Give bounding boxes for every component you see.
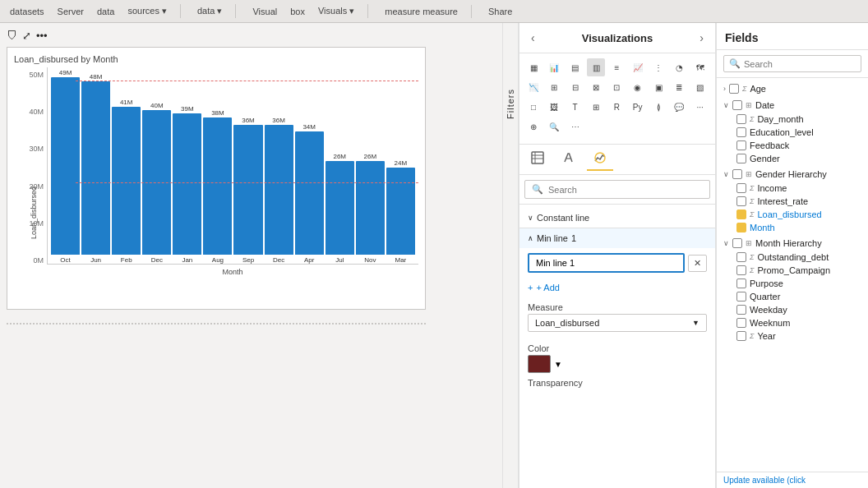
bar[interactable] — [173, 113, 201, 255]
viz-icon-decomp[interactable]: ≬ — [649, 98, 667, 116]
field-year[interactable]: Σ Year — [717, 329, 868, 343]
color-swatch[interactable] — [528, 355, 551, 373]
bar-wrapper[interactable]: 49MOct — [51, 69, 80, 264]
field-weeknum[interactable]: Weeknum — [717, 316, 868, 329]
bar[interactable] — [356, 161, 385, 255]
filters-label[interactable]: Filters — [506, 89, 515, 119]
viz-icon-r[interactable]: R — [607, 98, 626, 116]
field-group-month-hier-header[interactable]: ∨ ⊞ Month Hierarchy — [717, 236, 868, 251]
bar[interactable] — [51, 77, 80, 255]
focus-icon[interactable]: ⤢ — [22, 30, 31, 42]
date-checkbox[interactable] — [732, 100, 742, 110]
viz-icon-btn[interactable]: ⊞ — [587, 98, 605, 116]
color-dropdown-btn[interactable]: ▼ — [554, 360, 562, 369]
purpose-checkbox[interactable] — [736, 279, 746, 288]
promo-checkbox[interactable] — [736, 265, 746, 275]
loan-checkbox[interactable] — [736, 209, 746, 219]
viz-search-box[interactable]: 🔍 — [524, 180, 710, 199]
more-icon[interactable]: ••• — [36, 30, 48, 42]
bar[interactable] — [112, 107, 141, 255]
year-checkbox[interactable] — [736, 331, 746, 341]
field-group-date-header[interactable]: ∨ ⊞ Date — [717, 98, 868, 113]
bar-wrapper[interactable]: 38MAug — [203, 109, 232, 264]
gender-checkbox[interactable] — [736, 154, 746, 163]
field-group-gender-hier-header[interactable]: ∨ ⊞ Gender Hierarchy — [717, 167, 868, 182]
bar[interactable] — [81, 81, 110, 255]
min-line-input[interactable] — [528, 253, 685, 273]
viz-icon-line[interactable]: ≡ — [607, 58, 626, 76]
bar[interactable] — [326, 161, 354, 255]
viz-icon-area[interactable]: 📈 — [629, 58, 647, 76]
field-day-month[interactable]: Σ Day_month — [717, 113, 868, 126]
bar[interactable] — [203, 117, 232, 255]
min-line-clear-btn[interactable]: ✕ — [688, 255, 707, 272]
bar[interactable] — [295, 131, 324, 255]
toolbar-data[interactable]: data — [94, 5, 118, 18]
viz-nav-prev[interactable]: ‹ — [528, 30, 538, 46]
toolbar-sources[interactable]: sources ▾ — [124, 4, 170, 18]
day-month-checkbox[interactable] — [736, 114, 746, 124]
field-group-age-header[interactable]: › Σ Age — [717, 81, 868, 96]
field-income[interactable]: Σ Income — [717, 182, 868, 195]
viz-icon-slicer[interactable]: ▧ — [691, 78, 709, 96]
fields-search-box[interactable]: 🔍 — [723, 55, 861, 72]
measure-select[interactable]: Loan_disbursed ▼ — [528, 314, 707, 332]
constant-line-header[interactable]: ∨ Constant line — [519, 208, 715, 228]
viz-icon-funnel[interactable]: ⊡ — [607, 78, 626, 96]
income-checkbox[interactable] — [736, 183, 746, 193]
gender-hier-checkbox[interactable] — [732, 169, 742, 179]
bar-wrapper[interactable]: 41MFeb — [112, 99, 141, 264]
field-outstanding-debt[interactable]: Σ Outstanding_debt — [717, 251, 868, 264]
bar-wrapper[interactable]: 36MSep — [233, 117, 262, 264]
viz-icon-map[interactable]: 🗺 — [691, 58, 709, 76]
quarter-checkbox[interactable] — [736, 292, 746, 302]
age-checkbox[interactable] — [729, 84, 739, 94]
field-purpose[interactable]: Purpose — [717, 277, 868, 290]
bar[interactable] — [265, 125, 293, 255]
field-loan-disbursed[interactable]: Σ Loan_disbursed — [717, 208, 868, 221]
filter-icon[interactable]: ⛉ — [7, 30, 17, 42]
outstanding-checkbox[interactable] — [736, 252, 746, 262]
field-month[interactable]: Month — [717, 221, 868, 234]
viz-tab-fields[interactable] — [524, 148, 551, 171]
bar-wrapper[interactable]: 36MDec — [265, 117, 293, 264]
viz-icon-more[interactable]: ··· — [691, 98, 709, 116]
viz-nav-next[interactable]: › — [696, 30, 707, 46]
viz-icon-image[interactable]: 🖼 — [545, 98, 563, 116]
field-education-level[interactable]: Education_level — [717, 126, 868, 139]
field-quarter[interactable]: Quarter — [717, 290, 868, 303]
viz-icon-col[interactable]: ▤ — [566, 58, 584, 76]
bar-wrapper[interactable]: 26MJul — [326, 153, 354, 264]
weekday-checkbox[interactable] — [736, 305, 746, 315]
viz-icon-bar[interactable]: 📊 — [545, 58, 563, 76]
toolbar-visual[interactable]: Visual — [249, 5, 280, 18]
viz-icon-matrix[interactable]: ⊠ — [587, 78, 605, 96]
field-weekday[interactable]: Weekday — [717, 303, 868, 316]
add-button[interactable]: + + Add — [519, 278, 715, 297]
viz-tab-analytics[interactable] — [587, 148, 613, 171]
bar-wrapper[interactable]: 26MNov — [356, 153, 385, 264]
weeknum-checkbox[interactable] — [736, 318, 746, 328]
bar[interactable] — [386, 168, 415, 255]
viz-icon-card[interactable]: ▣ — [649, 78, 667, 96]
viz-icon-qa[interactable]: 💬 — [670, 98, 688, 116]
toolbar-box[interactable]: box — [287, 5, 308, 18]
field-interest-rate[interactable]: Σ Interest_rate — [717, 195, 868, 208]
bar-wrapper[interactable]: 48MJun — [81, 73, 110, 264]
field-promo-campaign[interactable]: Σ Promo_Campaign — [717, 264, 868, 277]
viz-icon-kpi[interactable]: ≣ — [670, 78, 688, 96]
feedback-checkbox[interactable] — [736, 140, 746, 150]
toolbar-visuals[interactable]: Visuals ▾ — [315, 4, 358, 18]
viz-icon-combo[interactable]: ⊞ — [545, 78, 563, 96]
viz-icon-table[interactable]: ⊟ — [566, 78, 584, 96]
viz-icon-shape[interactable]: □ — [524, 98, 542, 116]
toolbar-measure[interactable]: measure measure — [381, 5, 461, 18]
bar-wrapper[interactable]: 34MApr — [295, 123, 324, 264]
viz-icon-pie[interactable]: ◔ — [670, 58, 688, 76]
viz-icon-line2[interactable]: 📉 — [524, 78, 542, 96]
viz-tab-format[interactable] — [556, 148, 582, 171]
viz-icon-text[interactable]: T — [566, 98, 584, 116]
min-line-header[interactable]: ∧ Min line 1 — [519, 228, 715, 248]
field-feedback[interactable]: Feedback — [717, 139, 868, 152]
education-checkbox[interactable] — [736, 127, 746, 137]
